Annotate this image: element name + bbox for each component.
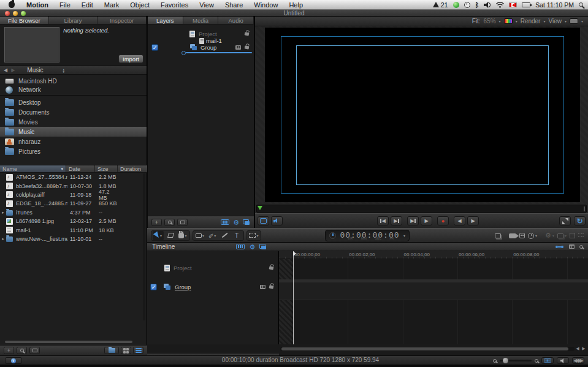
go-to-start-button[interactable]: ◀ (377, 216, 389, 225)
file-row[interactable]: mail-1 11:10 PM 18 KB (0, 225, 147, 234)
clock-icon[interactable] (464, 2, 470, 8)
bezier-tool[interactable]: ✎▾ (207, 231, 218, 240)
place-item[interactable]: nharauz (0, 137, 147, 146)
fullscreen-button[interactable] (559, 216, 571, 225)
layers-tab[interactable]: Media (183, 17, 219, 24)
column-header-date[interactable]: Date (66, 165, 95, 172)
show-keyframes-button[interactable]: ◀◆▶ (572, 357, 584, 364)
channels-swatch-icon[interactable] (504, 18, 513, 24)
file-row[interactable]: coldplay.aiff 11-09-18 47.2 MB (0, 191, 147, 199)
spotlight-search-icon[interactable] (579, 2, 583, 7)
layers-search-button[interactable] (164, 219, 175, 226)
list-view-button[interactable] (133, 347, 143, 354)
show-hud-button[interactable] (258, 216, 269, 225)
keyframes-icon[interactable]: ⚙ (233, 219, 239, 225)
file-row[interactable]: EDGE_18_...24885.mp3 11-09-27 850 KB (0, 199, 147, 208)
add-filter-button[interactable]: ▾ (557, 233, 567, 238)
timeline-ruler[interactable]: 00:00:00;0000:00:02;0000:00:04;0000:00:0… (279, 251, 588, 259)
canvas-viewport[interactable] (255, 26, 588, 204)
column-header-duration[interactable]: Duration (118, 165, 147, 172)
file-row[interactable]: ▸ www.New-..._fiest.metal 11-10-01 -- (0, 235, 147, 243)
go-to-end-button[interactable]: ▶ (391, 216, 402, 225)
step-back-button[interactable]: ◀ (454, 216, 465, 225)
window-title-bar[interactable]: Untitled (0, 10, 588, 17)
layers-tab[interactable]: Layers (148, 17, 183, 24)
scroll-left-icon[interactable]: ◀ (575, 346, 581, 351)
marker-link-icon[interactable] (556, 245, 564, 249)
add-behavior-button[interactable]: ⚙▾ (545, 232, 554, 239)
indicator-item[interactable]: 21 (433, 1, 448, 9)
zoom-in-icon[interactable] (535, 359, 538, 363)
timeline-scrollbar[interactable]: ◀ ▶ (279, 346, 588, 352)
make-clone-button[interactable] (570, 233, 575, 238)
make-particles-button[interactable] (578, 233, 584, 239)
place-item[interactable]: Music (0, 127, 147, 137)
chevron-down-icon[interactable]: ▾ (543, 19, 545, 23)
audio-mute-button[interactable] (271, 216, 283, 225)
mini-timeline[interactable] (256, 205, 587, 213)
file-row[interactable]: bb3eefa32...889b7.mp3 10-07-30 1.8 MB (0, 181, 147, 190)
film-icon[interactable] (260, 285, 265, 289)
utility-tab[interactable]: File Browser (0, 17, 49, 24)
menu-item[interactable]: Edit (76, 1, 99, 9)
menu-item[interactable]: File (54, 1, 76, 9)
chevron-down-icon[interactable]: ▾ (565, 19, 567, 23)
timecode-mode-icon[interactable] (329, 232, 336, 239)
location-label[interactable]: Music (27, 67, 43, 74)
utility-tab[interactable]: Inspector (97, 17, 147, 24)
step-forward-button[interactable]: ▶ (467, 216, 479, 225)
menu-item[interactable]: Window (248, 1, 283, 9)
group-track[interactable] (279, 282, 588, 300)
video-timeline-icon[interactable] (236, 244, 245, 249)
menu-item[interactable]: Mark (99, 1, 124, 9)
timeline-project-row[interactable]: Project (147, 262, 278, 273)
timeline-track-area[interactable] (279, 259, 588, 344)
line-tool[interactable] (219, 231, 230, 240)
timeline-zoom-icon[interactable] (579, 245, 583, 249)
new-folder-button[interactable]: + (4, 347, 14, 354)
menu-item[interactable]: Object (124, 1, 155, 9)
timecode-display[interactable]: 00:00:00:00 HRMINSECFR ▾ (325, 230, 410, 241)
lock-icon[interactable] (245, 32, 250, 36)
group-activation-checkbox[interactable] (151, 44, 158, 51)
timeline-zoom-slider[interactable] (500, 360, 532, 361)
background-swatch-icon[interactable] (570, 18, 578, 24)
chevron-down-icon[interactable]: ▾ (499, 19, 501, 23)
zoom-value[interactable]: 65% (484, 18, 496, 25)
place-item[interactable]: Documents (0, 107, 147, 117)
playhead[interactable] (293, 251, 294, 344)
battery-icon[interactable] (522, 2, 530, 7)
close-window-button[interactable] (5, 11, 10, 16)
layers-preview-button[interactable] (177, 219, 188, 226)
icon-view-button[interactable] (121, 347, 131, 354)
menu-item[interactable]: Share (220, 1, 248, 9)
file-table-horizontal-scrollbar[interactable] (5, 341, 132, 343)
utility-tab[interactable]: Library (49, 17, 98, 24)
volume-icon[interactable] (484, 2, 491, 8)
preview-toggle-button[interactable] (29, 347, 40, 354)
file-row[interactable]: L8674898 1.jpg 12-02-17 2.5 MB (0, 217, 147, 225)
search-button[interactable] (17, 347, 27, 354)
rectangle-tool[interactable]: ▾ (194, 231, 205, 240)
scrollbar-thumb[interactable] (281, 347, 568, 350)
file-row[interactable]: ▸ iTunes 4:37 PM -- (0, 208, 147, 217)
retime-button[interactable]: ▾ (528, 233, 537, 239)
scroll-right-icon[interactable]: ▶ (581, 346, 587, 351)
show-video-tracks-button[interactable] (541, 357, 554, 364)
scrollbar-track[interactable] (280, 347, 575, 351)
mask-tool[interactable]: ▾ (248, 231, 259, 240)
info-button[interactable]: i (5, 357, 22, 364)
zoom-window-button[interactable] (21, 11, 26, 16)
slider-knob[interactable] (503, 358, 508, 363)
menu-app[interactable]: Motion (21, 1, 54, 9)
column-header-size[interactable]: Size (95, 165, 118, 172)
import-button[interactable]: Import (118, 55, 143, 63)
location-stepper[interactable]: ▴▾ (63, 68, 64, 73)
adjust-item-tool[interactable] (165, 231, 176, 240)
menu-clock[interactable]: Sat 11:10 PM (535, 1, 574, 9)
chevron-down-icon[interactable]: ▾ (581, 19, 583, 23)
play-button[interactable]: ▶ (421, 216, 432, 225)
wifi-icon[interactable] (496, 2, 504, 8)
text-tool[interactable]: T (231, 231, 242, 240)
place-item[interactable]: Macintosh HD (0, 76, 147, 86)
